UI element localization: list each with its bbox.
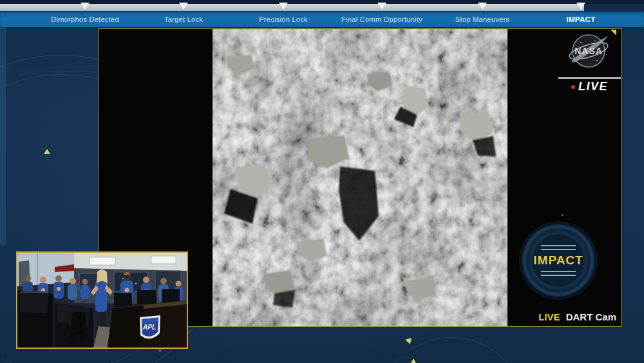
triangle-marker-icon bbox=[44, 149, 50, 154]
camera-caption: LIVE DART Cam bbox=[538, 311, 616, 322]
caption-live-label: LIVE bbox=[538, 311, 560, 322]
apl-logo: APL bbox=[140, 315, 160, 338]
mission-control-pip: APL bbox=[16, 251, 188, 349]
stage-marker-icon bbox=[576, 3, 585, 10]
nasa-wordmark: NASA bbox=[574, 46, 603, 56]
stage-marker-icon bbox=[478, 3, 487, 10]
badge-line-icon bbox=[541, 245, 576, 246]
decorative-dot bbox=[562, 214, 564, 216]
background-glow bbox=[0, 26, 6, 245]
badge-line-icon bbox=[541, 249, 576, 250]
stage-marker-icon bbox=[279, 3, 288, 10]
nasa-logo-icon: NASA bbox=[567, 32, 611, 71]
background-line bbox=[0, 72, 97, 72]
stage-marker-icon bbox=[80, 3, 90, 10]
triangle-marker-icon bbox=[410, 358, 417, 363]
live-divider-line bbox=[558, 77, 621, 79]
badge-line-icon bbox=[541, 275, 576, 276]
live-label: LIVE bbox=[578, 80, 608, 93]
live-dot-icon bbox=[571, 85, 575, 89]
impact-status-badge: IMPACT bbox=[522, 224, 594, 297]
apl-wordmark: APL bbox=[142, 324, 156, 331]
stage-label-target-lock: Target Lock bbox=[126, 11, 242, 27]
impact-badge-label: IMPACT bbox=[533, 253, 583, 268]
stage-label-final-comm-opportunity: Final Comm Opportunity bbox=[324, 11, 440, 27]
background-arc bbox=[377, 337, 526, 363]
stage-marker-icon bbox=[377, 3, 386, 10]
live-indicator: LIVE bbox=[558, 80, 621, 93]
mission-control-room-image: APL bbox=[17, 253, 187, 348]
broadcast-screen: Dimorphos Detected Target Lock Precision… bbox=[0, 0, 644, 363]
stage-marker-icon bbox=[179, 3, 188, 10]
stage-label-impact: IMPACT bbox=[523, 11, 639, 27]
asteroid-surface-image bbox=[213, 29, 507, 326]
badge-line-icon bbox=[541, 271, 576, 272]
triangle-marker-icon bbox=[404, 337, 412, 344]
caption-camera-label: DART Cam bbox=[566, 311, 616, 322]
frame-corner-triangle-icon bbox=[611, 30, 616, 35]
decorative-dot bbox=[159, 349, 161, 351]
